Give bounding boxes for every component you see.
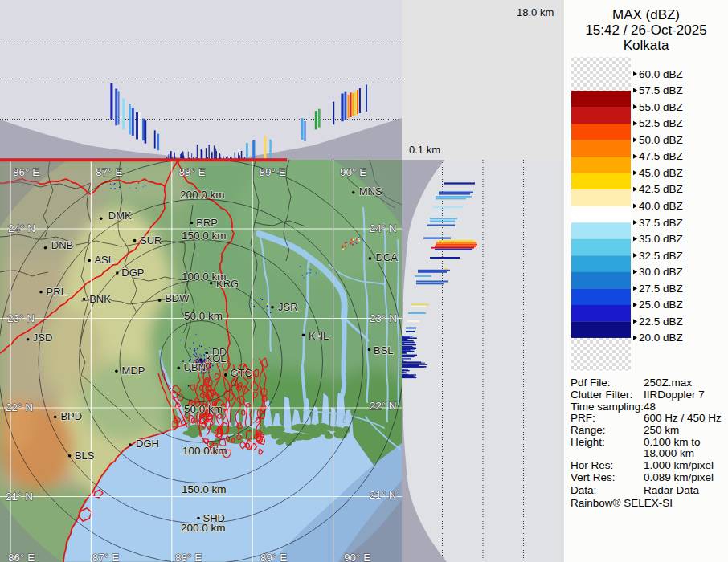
svg-text:50.0 km: 50.0 km [184,310,223,322]
svg-text:35.0 dBZ: 35.0 dBZ [639,233,683,245]
svg-text:250 km: 250 km [644,424,679,436]
svg-text:0.089 km/pixel: 0.089 km/pixel [644,471,714,483]
svg-text:Radar Data: Radar Data [644,484,700,496]
svg-text:50.0 km: 50.0 km [184,403,223,415]
svg-text:DMK: DMK [108,210,132,222]
svg-text:BNK: BNK [89,293,111,305]
svg-text:45.0 dBZ: 45.0 dBZ [639,167,683,179]
svg-text:24° N: 24° N [370,222,397,234]
svg-text:BRP: BRP [196,217,218,229]
svg-text:55.0 dBZ: 55.0 dBZ [639,101,683,113]
svg-text:DNB: DNB [51,239,73,251]
svg-text:GTC: GTC [231,367,252,379]
svg-text:SUR: SUR [140,234,162,246]
svg-text:88° E: 88° E [175,552,202,562]
svg-text:BLS: BLS [75,450,95,462]
svg-text:Vert Res:: Vert Res: [571,471,616,483]
svg-text:Time sampling:: Time sampling: [571,401,644,413]
svg-text:48: 48 [644,401,656,413]
svg-text:90° E: 90° E [340,166,366,178]
svg-text:21° N: 21° N [370,489,397,501]
svg-text:KHL: KHL [309,330,329,342]
svg-text:22° N: 22° N [6,401,33,413]
svg-text:86° E: 86° E [13,166,39,178]
svg-text:KOL: KOL [206,352,227,364]
svg-text:87° E: 87° E [92,552,119,562]
svg-text:JSR: JSR [278,301,298,313]
svg-text:0.100 km to: 0.100 km to [644,436,701,448]
svg-text:47.5 dBZ: 47.5 dBZ [639,150,683,162]
svg-text:32.5 dBZ: 32.5 dBZ [639,250,683,262]
svg-text:DGH: DGH [136,438,159,450]
svg-text:150.0 km: 150.0 km [182,483,227,495]
svg-text:Data:: Data: [571,484,596,496]
svg-text:57.5 dBZ: 57.5 dBZ [639,84,683,96]
svg-text:18.000 km: 18.000 km [644,447,694,459]
svg-text:MAX (dBZ): MAX (dBZ) [612,7,680,22]
svg-text:Rainbow® SELEX-SI: Rainbow® SELEX-SI [571,497,673,509]
svg-text:200.0 km: 200.0 km [181,522,226,534]
svg-text:89° E: 89° E [260,166,286,178]
svg-text:PRL: PRL [47,286,67,298]
svg-text:Pdf File:: Pdf File: [571,377,611,389]
svg-text:1.000 km/pixel: 1.000 km/pixel [644,459,714,471]
svg-text:20.0 dBZ: 20.0 dBZ [639,332,683,344]
svg-text:25.0 dBZ: 25.0 dBZ [639,299,683,311]
svg-text:89° E: 89° E [260,552,287,562]
svg-text:MNS: MNS [359,185,382,198]
svg-text:Kolkata: Kolkata [624,38,669,53]
svg-text:90° E: 90° E [344,552,370,562]
svg-text:Range:: Range: [571,424,606,436]
svg-text:200.0 km: 200.0 km [180,189,225,201]
svg-text:37.5 dBZ: 37.5 dBZ [639,217,683,229]
svg-text:86° E: 86° E [8,552,35,562]
svg-text:Clutter Filter:: Clutter Filter: [571,389,632,401]
svg-text:150.0 km: 150.0 km [182,230,227,242]
svg-text:ASL: ASL [94,254,114,266]
svg-text:23° N: 23° N [7,312,35,324]
svg-text:BPD: BPD [60,410,82,422]
svg-text:40.0 dBZ: 40.0 dBZ [639,200,683,212]
svg-text:BSL: BSL [374,344,394,356]
svg-text:60.0 dBZ: 60.0 dBZ [639,68,683,80]
svg-text:PRF:: PRF: [571,412,595,424]
svg-text:600 Hz / 450 Hz: 600 Hz / 450 Hz [644,412,722,424]
svg-text:BDW: BDW [165,292,190,304]
svg-text:30.0 dBZ: 30.0 dBZ [639,266,683,278]
svg-text:Hor Res:: Hor Res: [571,459,613,471]
svg-text:DGP: DGP [121,267,144,279]
svg-text:22° N: 22° N [370,400,397,412]
svg-text:100.0 km: 100.0 km [182,271,227,283]
svg-text:250Z.max: 250Z.max [644,377,692,389]
svg-text:88° E: 88° E [178,166,205,178]
svg-text:IIRDoppler 7: IIRDoppler 7 [644,389,705,401]
svg-text:DCA: DCA [376,251,399,263]
svg-text:27.5 dBZ: 27.5 dBZ [639,283,683,295]
svg-text:Height:: Height: [571,436,605,448]
svg-text:22.5 dBZ: 22.5 dBZ [639,316,683,328]
svg-text:87° E: 87° E [96,166,122,178]
svg-text:21° N: 21° N [6,491,33,503]
svg-text:UBN: UBN [184,361,206,373]
svg-text:23° N: 23° N [370,312,397,324]
svg-text:24° N: 24° N [8,222,35,234]
svg-text:52.5 dBZ: 52.5 dBZ [639,117,683,129]
svg-text:50.0 dBZ: 50.0 dBZ [639,134,683,146]
svg-text:100.0 km: 100.0 km [182,445,227,457]
svg-text:JSD: JSD [33,332,53,344]
svg-text:42.5 dBZ: 42.5 dBZ [639,183,683,195]
svg-text:MDP: MDP [122,364,145,377]
svg-text:15:42 / 26-Oct-2025: 15:42 / 26-Oct-2025 [585,22,706,38]
